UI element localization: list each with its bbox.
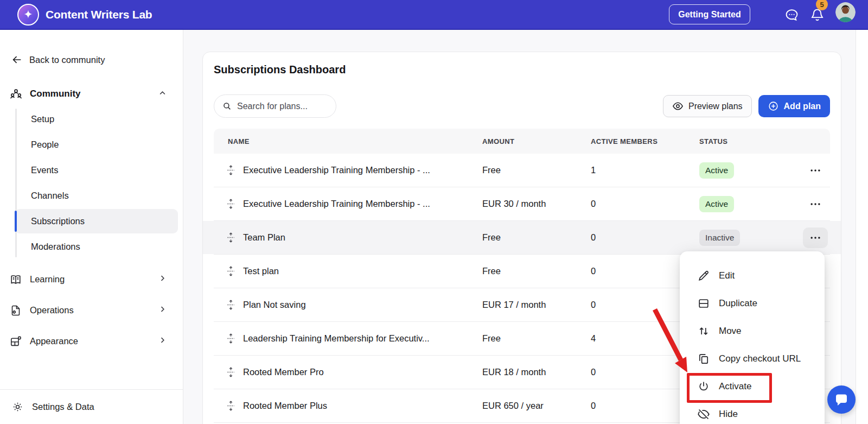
menu-item-activate[interactable]: Activate xyxy=(680,372,825,400)
sidebar-item-label: Subscriptions xyxy=(31,216,85,226)
power-icon xyxy=(697,380,710,393)
drag-handle-icon[interactable] xyxy=(227,366,235,378)
menu-item-hide[interactable]: Hide xyxy=(680,400,825,424)
drag-handle-icon[interactable] xyxy=(227,400,235,412)
status-badge: Active xyxy=(699,196,734,212)
user-avatar[interactable] xyxy=(835,2,856,22)
notifications-button[interactable]: 5 xyxy=(808,5,826,24)
drag-handle-icon[interactable] xyxy=(227,299,235,311)
plan-name: Rooted Member Pro xyxy=(243,367,324,377)
plan-name: Executive Leadership Training Membership… xyxy=(243,199,430,209)
duplicate-icon xyxy=(697,297,710,310)
plan-active-members: 0 xyxy=(591,199,699,209)
drag-handle-icon[interactable] xyxy=(227,232,235,243)
sidebar-group-label: Operations xyxy=(30,305,157,315)
community-logo[interactable] xyxy=(17,4,39,26)
arrow-left-icon xyxy=(11,54,23,66)
plan-status-cell: Inactive xyxy=(699,230,801,246)
sidebar-item-people[interactable]: People xyxy=(0,132,183,157)
plus-circle-icon xyxy=(768,100,779,112)
drag-handle-icon[interactable] xyxy=(227,265,235,277)
table-row[interactable]: Executive Leadership Training Membership… xyxy=(214,187,830,221)
gear-icon xyxy=(11,401,24,413)
row-actions-button[interactable] xyxy=(807,196,824,212)
menu-item-edit[interactable]: Edit xyxy=(680,262,825,289)
sidebar-item-events[interactable]: Events xyxy=(0,157,183,183)
grid-icon xyxy=(9,335,22,348)
sidebar-item-subscriptions[interactable]: Subscriptions xyxy=(0,208,183,234)
row-actions-menu: EditDuplicateMoveCopy checkout URLActiva… xyxy=(680,251,825,424)
chevron-right-icon xyxy=(157,273,168,286)
sidebar-group-learning[interactable]: Learning xyxy=(0,264,183,295)
sidebar-item-setup[interactable]: Setup xyxy=(0,106,183,132)
preview-plans-button[interactable]: Preview plans xyxy=(663,95,752,117)
users-icon xyxy=(9,87,23,101)
drag-handle-icon[interactable] xyxy=(227,164,235,176)
menu-item-copy-checkout-url[interactable]: Copy checkout URL xyxy=(680,345,825,372)
plan-name: Leadership Training Membership for Execu… xyxy=(243,333,430,344)
eye-off-icon xyxy=(697,408,710,421)
sidebar-item-channels[interactable]: Channels xyxy=(0,183,183,208)
book-icon xyxy=(9,273,22,286)
plan-status-cell: Active xyxy=(699,162,801,179)
sidebar-item-label: Events xyxy=(31,165,58,175)
plan-amount: EUR 650 / year xyxy=(482,401,591,411)
scrollbar-gutter[interactable] xyxy=(856,30,868,424)
row-actions-button[interactable] xyxy=(807,162,824,179)
plan-name: Test plan xyxy=(243,266,279,276)
plan-name: Executive Leadership Training Membership… xyxy=(243,165,430,175)
messages-button[interactable] xyxy=(782,5,801,24)
sidebar-group-operations[interactable]: Operations xyxy=(0,295,183,326)
sidebar-group-appearance[interactable]: Appearance xyxy=(0,326,183,357)
pencil-icon xyxy=(697,269,710,282)
drag-handle-icon[interactable] xyxy=(227,333,235,344)
menu-item-move[interactable]: Move xyxy=(680,317,825,345)
admin-sidebar: Back to community Community SetupPeopleE… xyxy=(0,30,183,424)
plan-amount: Free xyxy=(482,232,591,243)
move-icon xyxy=(697,325,710,338)
app-title: Content Writers Lab xyxy=(46,0,152,29)
back-label: Back to community xyxy=(29,55,105,65)
chevron-right-icon xyxy=(157,335,168,347)
table-row[interactable]: Team PlanFree0Inactive xyxy=(214,221,830,255)
plan-amount: EUR 18 / month xyxy=(482,367,591,377)
drag-handle-icon[interactable] xyxy=(227,198,235,210)
preview-plans-label: Preview plans xyxy=(688,102,743,111)
column-header-name: NAME xyxy=(214,137,482,145)
sidebar-item-moderations[interactable]: Moderations xyxy=(0,234,183,260)
sidebar-item-settings-data[interactable]: Settings & Data xyxy=(0,394,183,419)
doc-gear-icon xyxy=(9,304,22,317)
top-header-bar: Content Writers Lab Getting Started 5 xyxy=(0,0,868,30)
status-badge: Inactive xyxy=(699,230,740,246)
menu-item-label: Duplicate xyxy=(719,298,757,309)
sidebar-item-label: Setup xyxy=(31,114,54,124)
plan-search[interactable] xyxy=(214,94,336,118)
column-header-active-members: ACTIVE MEMBERS xyxy=(591,137,699,145)
plan-name: Plan Not saving xyxy=(243,300,306,310)
plan-active-members: 1 xyxy=(591,165,699,175)
menu-item-duplicate[interactable]: Duplicate xyxy=(680,289,825,317)
search-icon xyxy=(222,101,232,111)
status-badge: Active xyxy=(699,162,734,179)
toolbar: Preview plans Add plan xyxy=(214,94,830,118)
plan-name: Rooted Member Plus xyxy=(243,401,327,411)
getting-started-button[interactable]: Getting Started xyxy=(669,4,750,24)
column-header-status: STATUS xyxy=(699,137,801,145)
sidebar-section-community[interactable]: Community xyxy=(0,85,183,103)
row-actions-button[interactable] xyxy=(803,227,828,248)
add-plan-button[interactable]: Add plan xyxy=(758,95,830,117)
menu-item-label: Activate xyxy=(719,381,751,392)
table-row[interactable]: Executive Leadership Training Membership… xyxy=(214,154,830,187)
plan-amount: Free xyxy=(482,333,591,344)
sidebar-item-label: Moderations xyxy=(31,242,80,252)
sidebar-group-label: Learning xyxy=(30,274,157,284)
community-subitems: SetupPeopleEventsChannelsSubscriptionsMo… xyxy=(0,106,183,260)
sparkle-icon xyxy=(22,9,34,21)
back-to-community-link[interactable]: Back to community xyxy=(11,52,183,68)
plan-amount: EUR 30 / month xyxy=(482,199,591,209)
chat-widget-button[interactable] xyxy=(827,385,856,414)
plan-name: Team Plan xyxy=(243,232,285,243)
avatar-image xyxy=(835,2,856,22)
section-label: Community xyxy=(30,88,157,99)
search-input[interactable] xyxy=(237,102,349,111)
